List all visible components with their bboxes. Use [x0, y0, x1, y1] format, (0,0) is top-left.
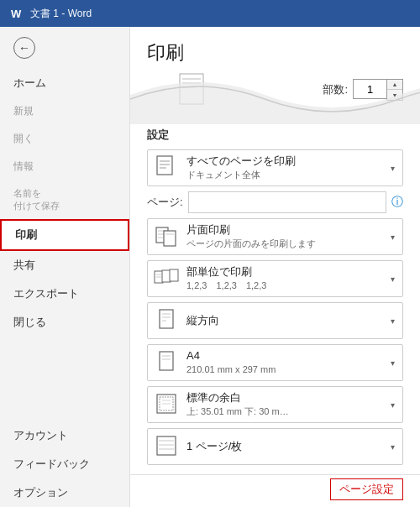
- orientation-chevron-icon: ▾: [382, 316, 402, 326]
- margins-chevron-icon: ▾: [382, 400, 402, 410]
- svg-rect-6: [157, 156, 172, 175]
- margins-text: 標準の余白 上: 35.01 mm 下: 30 m…: [185, 388, 382, 421]
- pages-per-sheet-icon: [148, 430, 185, 463]
- sidebar-bottom: アカウント フィードバック オプション: [0, 421, 129, 507]
- scroll-content: 設定 すべてのページを印刷 ドキュメント全体 ▾: [130, 124, 420, 474]
- duplex-chevron-icon: ▾: [382, 233, 402, 242]
- sidebar-item-options[interactable]: オプション: [0, 478, 129, 507]
- orientation-text: 縦方向: [185, 311, 382, 332]
- print-all-sub: ドキュメント全体: [186, 169, 379, 180]
- duplex-row[interactable]: 片面印刷 ページの片面のみを印刷します ▾: [147, 218, 403, 255]
- pages-per-sheet-chevron-icon: ▾: [382, 442, 402, 452]
- sidebar-item-export[interactable]: エクスポート: [0, 280, 129, 308]
- content-area: 印刷 部数: ▲ ▼: [130, 27, 420, 507]
- sidebar-item-home[interactable]: ホーム: [0, 69, 129, 97]
- bottom-bar: ページ設定: [130, 474, 420, 507]
- print-all-row[interactable]: すべてのページを印刷 ドキュメント全体 ▾: [147, 149, 403, 186]
- svg-text:W: W: [11, 8, 22, 20]
- main-layout: ← ホーム 新規 開く 情報 名前を付けて保存 印刷 共有 エクスポート 閉じる: [0, 27, 420, 507]
- margins-sub: 上: 35.01 mm 下: 30 m…: [186, 405, 379, 417]
- svg-rect-18: [170, 269, 178, 281]
- doc-icon: [148, 150, 185, 186]
- titlebar-text: 文書 1 - Word: [30, 7, 92, 21]
- collate-text: 部単位で印刷 1,2,3 1,2,3 1,2,3: [185, 262, 382, 295]
- collate-main: 部単位で印刷: [186, 265, 379, 280]
- print-all-text: すべてのページを印刷 ドキュメント全体: [185, 151, 382, 184]
- sidebar-nav: ホーム 新規 開く 情報 名前を付けて保存 印刷 共有 エクスポート 閉じる: [0, 69, 129, 337]
- sidebar: ← ホーム 新規 開く 情報 名前を付けて保存 印刷 共有 エクスポート 閉じる: [0, 27, 130, 507]
- sidebar-item-open[interactable]: 開く: [0, 125, 129, 153]
- paper-size-sub: 210.01 mm x 297 mm: [186, 363, 379, 375]
- collate-sub: 1,2,3 1,2,3 1,2,3: [186, 280, 379, 291]
- margins-icon: [148, 388, 185, 421]
- duplex-sub: ページの片面のみを印刷します: [186, 238, 379, 249]
- collate-icon: [148, 263, 185, 295]
- svg-rect-32: [157, 436, 176, 455]
- print-all-main: すべてのページを印刷: [186, 154, 379, 169]
- paper-size-text: A4 210.01 mm x 297 mm: [185, 346, 382, 379]
- sidebar-item-account[interactable]: アカウント: [0, 421, 129, 450]
- orientation-row[interactable]: 縦方向 ▾: [147, 302, 403, 339]
- pages-per-sheet-row[interactable]: 1 ページ/枚 ▾: [147, 428, 403, 465]
- svg-rect-21: [160, 310, 173, 328]
- pages-per-sheet-main: 1 ページ/枚: [186, 440, 379, 454]
- page-setup-button[interactable]: ページ設定: [330, 478, 403, 500]
- duplex-main: 片面印刷: [186, 223, 379, 238]
- paper-size-icon: [148, 346, 185, 379]
- duplex-icon: [148, 221, 185, 253]
- sidebar-item-share[interactable]: 共有: [0, 251, 129, 280]
- page-input[interactable]: [188, 191, 386, 213]
- duplex-text: 片面印刷 ページの片面のみを印刷します: [185, 220, 382, 253]
- sidebar-item-info[interactable]: 情報: [0, 153, 129, 180]
- pages-per-sheet-text: 1 ページ/枚: [185, 436, 382, 457]
- titlebar: W 文書 1 - Word: [0, 0, 420, 27]
- orientation-icon: [148, 304, 185, 337]
- wave-preview-area: 部数: ▲ ▼: [130, 65, 420, 124]
- paper-size-row[interactable]: A4 210.01 mm x 297 mm ▾: [147, 344, 403, 381]
- back-circle-icon: ←: [13, 37, 35, 59]
- collate-row[interactable]: 部単位で印刷 1,2,3 1,2,3 1,2,3 ▾: [147, 260, 403, 297]
- orientation-main: 縦方向: [186, 314, 379, 328]
- sidebar-item-close[interactable]: 閉じる: [0, 308, 129, 337]
- page-label: ページ:: [147, 195, 183, 210]
- paper-size-chevron-icon: ▾: [382, 358, 402, 368]
- collate-chevron-icon: ▾: [382, 274, 402, 284]
- margins-main: 標準の余白: [186, 391, 379, 405]
- print-all-chevron-icon: ▾: [382, 164, 402, 173]
- sidebar-item-new[interactable]: 新規: [0, 97, 129, 125]
- settings-title: 設定: [147, 128, 403, 143]
- wave-svg: [130, 65, 420, 124]
- page-row: ページ: ⓘ: [147, 191, 403, 213]
- svg-rect-14: [164, 231, 176, 246]
- paper-size-main: A4: [186, 349, 379, 363]
- back-button[interactable]: ←: [0, 27, 129, 69]
- sidebar-item-save[interactable]: 名前を付けて保存: [0, 180, 129, 219]
- sidebar-item-print[interactable]: 印刷: [0, 219, 129, 251]
- margins-row[interactable]: 標準の余白 上: 35.01 mm 下: 30 m… ▾: [147, 386, 403, 423]
- svg-rect-25: [160, 352, 173, 370]
- page-info-icon[interactable]: ⓘ: [391, 195, 403, 210]
- sidebar-item-feedback[interactable]: フィードバック: [0, 450, 129, 478]
- page-title: 印刷: [130, 27, 420, 65]
- word-logo-icon: W: [8, 6, 24, 21]
